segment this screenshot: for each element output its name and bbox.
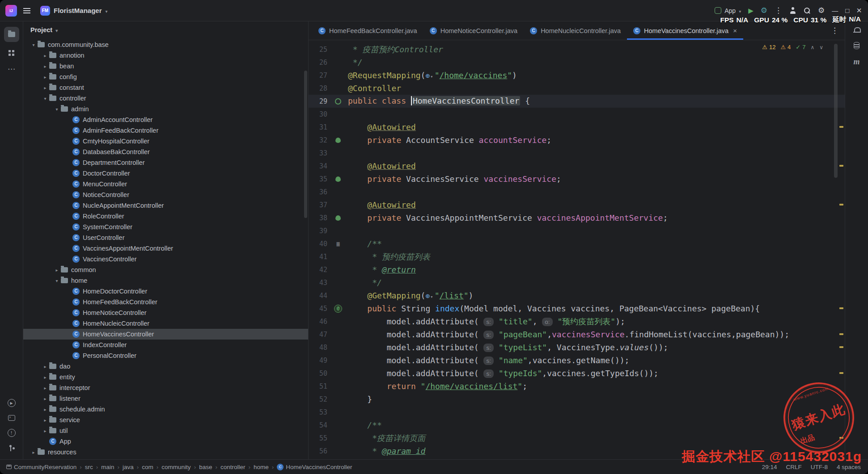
line-number[interactable]: 41 (309, 253, 332, 261)
tree-chevron-icon[interactable]: ▸ (41, 53, 49, 58)
tree-item[interactable]: CHomeVaccinesController (23, 329, 308, 340)
tree-item[interactable]: ▾home (23, 275, 308, 286)
tree-chevron-icon[interactable]: ▾ (53, 278, 61, 283)
tree-item[interactable]: CNucleAppointMentController (23, 200, 308, 211)
breadcrumb-item[interactable]: controller (220, 464, 246, 470)
status-item[interactable]: UTF-8 (811, 464, 828, 470)
breadcrumb-item[interactable]: java (123, 464, 134, 470)
git-icon[interactable] (8, 445, 15, 452)
tree-item[interactable]: CVaccinesAppointMentController (23, 243, 308, 254)
tab-close-icon[interactable]: × (733, 27, 737, 34)
breadcrumb-item[interactable]: main (101, 464, 114, 470)
line-number[interactable]: 54 (309, 421, 332, 429)
line-number[interactable]: 36 (309, 188, 332, 196)
tree-item[interactable]: ▸entity (23, 372, 308, 382)
tree-chevron-icon[interactable]: ▸ (41, 364, 49, 369)
tree-chevron-icon[interactable]: ▾ (41, 96, 49, 101)
tree-item[interactable]: CUserController (23, 232, 308, 243)
minimize-icon[interactable] (832, 7, 838, 15)
tree-item[interactable]: CSystemController (23, 222, 308, 232)
more-vertical-icon[interactable] (775, 6, 782, 15)
line-number[interactable]: 49 (309, 357, 332, 365)
line-number[interactable]: 56 (309, 447, 332, 455)
line-number[interactable]: 27 (309, 71, 332, 80)
tree-item[interactable]: CDatabaseBakController (23, 147, 308, 157)
line-number[interactable]: 39 (309, 227, 332, 235)
project-tool-button[interactable] (4, 27, 19, 42)
tree-item[interactable]: ▾controller (23, 93, 308, 104)
tree-item[interactable]: ▸listener (23, 393, 308, 404)
editor-tab[interactable]: CHomeNoticeController.java (423, 21, 524, 40)
tab-options-icon[interactable] (831, 26, 838, 35)
tree-item[interactable]: ▸service (23, 415, 308, 425)
tree-chevron-icon[interactable]: ▾ (53, 107, 61, 112)
run-icon[interactable] (8, 399, 16, 407)
tree-chevron-icon[interactable]: ▸ (41, 407, 49, 412)
tree-item[interactable]: CHomeFeedBackController (23, 297, 308, 307)
line-number[interactable]: 31 (309, 123, 332, 131)
tree-chevron-icon[interactable]: ▸ (41, 75, 49, 80)
inspections-widget[interactable]: ⚠12 ⚠4 ✓7 ∧ ∨ (762, 44, 823, 50)
editor-scrollbar[interactable] (834, 44, 838, 178)
related-list-gutter-icon[interactable] (332, 240, 344, 247)
tree-item[interactable]: ▾com.community.base (23, 39, 308, 50)
line-number[interactable]: 35 (309, 175, 332, 183)
line-number[interactable]: 40 (309, 240, 332, 248)
breadcrumb-item[interactable]: community (161, 464, 191, 470)
line-number[interactable]: 46 (309, 318, 332, 326)
maven-icon[interactable]: m (853, 57, 860, 67)
line-number[interactable]: 51 (309, 382, 332, 390)
editor-tab[interactable]: CHomeFeedBackController.java (312, 21, 423, 40)
class-gutter-icon[interactable] (332, 98, 344, 105)
user-icon[interactable] (789, 7, 796, 14)
tree-item[interactable]: ▸config (23, 71, 308, 82)
spring-bean-gutter-icon[interactable] (332, 215, 344, 221)
line-number[interactable]: 33 (309, 149, 332, 157)
line-number[interactable]: 26 (309, 59, 332, 67)
hamburger-menu-icon[interactable] (23, 8, 30, 13)
line-number[interactable]: 29 (309, 97, 332, 105)
line-number[interactable]: 38 (309, 214, 332, 222)
tree-item[interactable]: CHomeNoticeController (23, 307, 308, 318)
line-number[interactable]: 52 (309, 395, 332, 403)
status-item[interactable]: CRLF (786, 464, 801, 470)
tree-item[interactable]: ▸resources (23, 447, 308, 457)
problems-icon[interactable] (8, 429, 16, 437)
tree-chevron-icon[interactable]: ▸ (41, 85, 49, 90)
next-issue-icon[interactable]: ∨ (819, 44, 823, 50)
breadcrumb-item[interactable]: base (199, 464, 212, 470)
maximize-icon[interactable] (845, 7, 849, 15)
project-tree[interactable]: ▾com.community.base▸annotion▸bean▸config… (23, 39, 308, 459)
project-widget[interactable]: FM FloristManager (37, 4, 111, 17)
tree-item[interactable]: CNoticeController (23, 189, 308, 200)
editor-tab[interactable]: CHomeNucleicController.java (524, 21, 627, 40)
tree-item[interactable]: CHomeNucleicController (23, 318, 308, 329)
tree-item[interactable]: ▸util (23, 425, 308, 436)
tree-chevron-icon[interactable]: ▸ (41, 396, 49, 401)
tree-item[interactable]: CAdminAccountController (23, 114, 308, 125)
spring-bean-gutter-icon[interactable] (332, 138, 344, 143)
tree-item[interactable]: CPersonalController (23, 350, 308, 361)
breadcrumb-item[interactable]: CHomeVaccinesController (277, 464, 352, 470)
tree-item[interactable]: ▸annotion (23, 50, 308, 61)
tree-chevron-icon[interactable]: ▸ (53, 268, 61, 273)
line-number[interactable]: 53 (309, 408, 332, 416)
line-number[interactable]: 25 (309, 46, 332, 54)
run-button[interactable] (748, 7, 754, 15)
tree-item[interactable]: ▸common (23, 264, 308, 275)
tree-item[interactable]: ▸schedule.admin (23, 404, 308, 415)
structure-icon[interactable] (8, 50, 15, 56)
search-icon[interactable] (804, 7, 811, 14)
tree-item[interactable]: ▾admin (23, 104, 308, 114)
breadcrumb-item[interactable]: src (85, 464, 93, 470)
breadcrumb-item[interactable]: com (142, 464, 153, 470)
line-number[interactable]: 47 (309, 331, 332, 339)
tree-item[interactable]: CDepartmentController (23, 157, 308, 168)
line-number[interactable]: 55 (309, 434, 332, 442)
spring-bean-gutter-icon[interactable] (332, 176, 344, 182)
editor-tab[interactable]: CHomeVaccinesController.java× (627, 21, 743, 40)
settings-icon[interactable] (818, 6, 825, 15)
tree-chevron-icon[interactable]: ▸ (41, 418, 49, 423)
tree-item[interactable]: CVaccinesController (23, 254, 308, 264)
tree-chevron-icon[interactable]: ▸ (41, 375, 49, 380)
